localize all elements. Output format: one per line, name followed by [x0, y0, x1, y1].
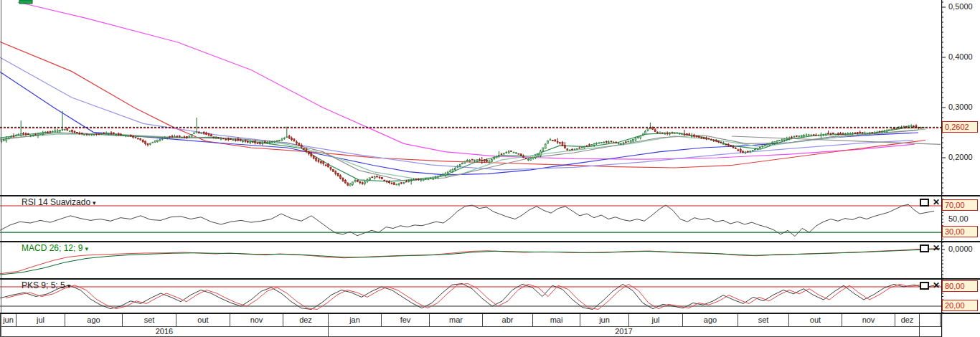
pks-label-text: PKS 9; 5; 5 — [22, 280, 65, 290]
candle-body — [171, 136, 173, 137]
candle-body — [389, 181, 390, 182]
candle-body — [386, 181, 387, 182]
candle-body — [908, 126, 910, 127]
pks-panel[interactable] — [0, 279, 941, 313]
candle-body — [452, 169, 453, 171]
candle-body — [682, 133, 683, 134]
candle-body — [825, 134, 826, 135]
candle-body — [347, 184, 349, 186]
candle-body — [372, 177, 373, 178]
pks-level-label: 20,00 — [942, 300, 978, 311]
month-cell: mai — [532, 314, 580, 327]
candle-body — [574, 149, 575, 150]
candle-body — [320, 161, 321, 163]
macd-restore-icon[interactable] — [920, 245, 929, 252]
candle-body — [274, 141, 275, 142]
candle-body — [857, 133, 858, 133]
candle-body — [879, 131, 880, 132]
candle-body — [779, 141, 781, 141]
candle-body — [479, 160, 480, 161]
candle-body — [147, 143, 149, 145]
year-cell: 2017 — [328, 327, 919, 336]
pks-k — [0, 283, 934, 309]
candle-body — [877, 133, 878, 133]
candle-body — [113, 133, 114, 134]
candle-body — [884, 131, 885, 132]
candle-body — [745, 152, 746, 153]
candle-body — [496, 156, 497, 158]
candle-body — [154, 141, 156, 143]
candle-body — [218, 138, 220, 138]
candle-body — [398, 184, 400, 184]
candle-body — [545, 144, 546, 148]
macd-label-text: MACD 26; 12; 9 — [22, 243, 83, 253]
candle-body — [13, 136, 14, 136]
candle-body — [679, 133, 680, 134]
pks-indicator-label[interactable]: PKS 9; 5; 5▾ — [22, 280, 70, 290]
candle-body — [37, 134, 39, 135]
candle-body — [886, 130, 887, 132]
candle-body — [501, 154, 502, 155]
candle-body — [491, 159, 492, 161]
candle-body — [364, 181, 366, 184]
price-panel[interactable] — [0, 0, 941, 196]
rsi-restore-icon[interactable] — [920, 199, 929, 207]
candle-body — [869, 133, 870, 134]
candle-body — [469, 160, 471, 161]
candle-body — [811, 135, 812, 136]
candle-body — [689, 134, 690, 136]
candle-body — [381, 177, 382, 179]
candle-body — [486, 160, 488, 161]
candle-body — [152, 142, 154, 143]
candle-body — [18, 135, 19, 136]
candle-body — [401, 183, 402, 184]
candle-body — [301, 145, 302, 147]
candle-body — [613, 143, 614, 143]
candle-body — [518, 153, 519, 154]
candle-body — [698, 136, 699, 138]
candle-body — [708, 138, 710, 139]
candle-body — [237, 139, 239, 140]
candle-body — [191, 134, 192, 136]
candle-body — [696, 136, 697, 137]
candle-body — [149, 143, 151, 144]
candle-body — [362, 183, 363, 184]
macd-dropdown-caret[interactable]: ▾ — [85, 245, 88, 252]
candle-body — [318, 160, 319, 161]
candle-body — [489, 161, 490, 162]
price-tick-label: 0,4000 — [948, 52, 973, 61]
pks-close-icon[interactable]: ✕ — [933, 282, 940, 290]
pks-restore-icon[interactable] — [920, 282, 929, 290]
candle-body — [308, 151, 309, 153]
candle-body — [596, 143, 598, 144]
candle-body — [408, 181, 410, 181]
rsi-panel[interactable] — [0, 196, 941, 242]
candle-body — [788, 138, 790, 139]
candle-body — [330, 168, 331, 169]
macd-indicator-label[interactable]: MACD 26; 12; 9▾ — [22, 243, 88, 253]
candle-body — [98, 134, 100, 135]
candle-body — [369, 178, 370, 180]
candle-body — [755, 149, 756, 150]
candle-body — [872, 133, 873, 133]
pks-dropdown-caret[interactable]: ▾ — [67, 283, 71, 290]
macd-close-icon[interactable]: ✕ — [933, 245, 940, 252]
candle-body — [42, 133, 44, 134]
macd-panel[interactable] — [0, 242, 941, 279]
pks-window-buttons: ✕ — [920, 281, 940, 290]
candle-body — [715, 141, 717, 141]
rsi-dropdown-caret[interactable]: ▾ — [93, 199, 96, 207]
rsi-label-text: RSI 14 Suavizado — [22, 197, 90, 207]
candle-body — [837, 133, 839, 134]
candle-body — [384, 180, 385, 181]
candle-body — [357, 180, 358, 181]
candle-body — [555, 140, 556, 141]
pks-level-label: 80,00 — [942, 280, 978, 292]
candle-body — [725, 144, 727, 145]
month-cell: jan — [328, 314, 381, 327]
rsi-indicator-label[interactable]: RSI 14 Suavizado▾ — [22, 197, 96, 207]
candle-body — [844, 134, 846, 135]
candle-body — [806, 135, 807, 136]
rsi-close-icon[interactable]: ✕ — [933, 199, 940, 207]
candle-body — [542, 148, 544, 151]
